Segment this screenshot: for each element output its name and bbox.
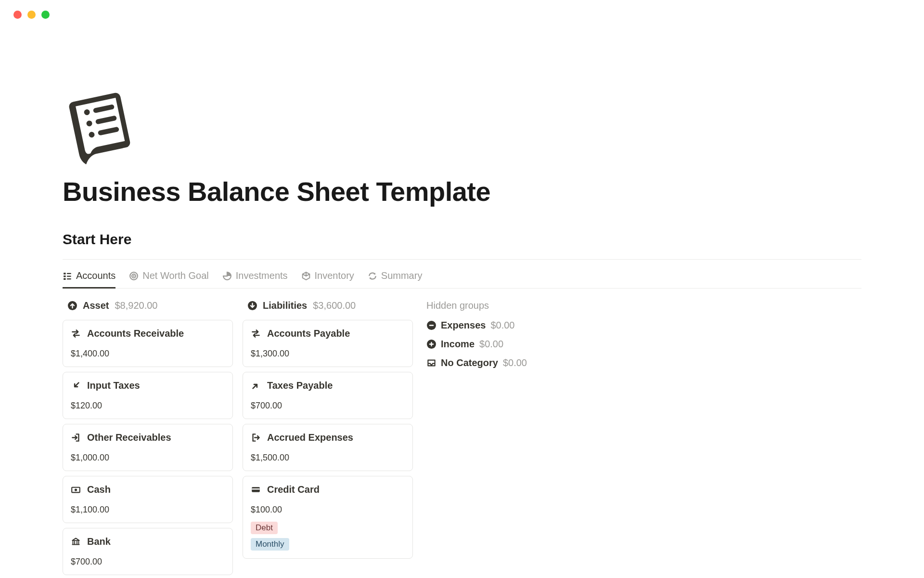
tab-label: Inventory (315, 270, 354, 281)
page-title: Business Balance Sheet Template (63, 176, 861, 207)
tabs: Accounts Net Worth Goal Investments Inve… (63, 260, 861, 289)
arrow-in-icon (71, 381, 80, 391)
card-cash[interactable]: Cash $1,100.00 (63, 476, 233, 523)
login-icon (71, 433, 80, 443)
tab-label: Summary (381, 270, 423, 281)
svg-rect-7 (67, 273, 71, 274)
svg-rect-20 (252, 488, 260, 489)
card-title: Credit Card (267, 484, 320, 495)
card-amount: $700.00 (71, 557, 225, 567)
close-window-button[interactable] (13, 11, 22, 19)
hidden-groups-title: Hidden groups (426, 297, 527, 311)
hidden-label: No Category (441, 357, 498, 368)
pie-chart-icon (222, 271, 232, 281)
card-other-receivables[interactable]: Other Receivables $1,000.00 (63, 424, 233, 471)
hidden-row-no-category[interactable]: No Category $0.00 (426, 357, 527, 368)
svg-point-0 (84, 109, 90, 116)
card-amount: $1,000.00 (71, 453, 225, 463)
svg-rect-1 (93, 104, 115, 113)
svg-point-17 (74, 488, 77, 491)
card-accounts-receivable[interactable]: Accounts Receivable $1,400.00 (63, 320, 233, 367)
column-header-asset[interactable]: Asset $8,920.00 (63, 297, 233, 320)
column-liabilities: Liabilities $3,600.00 Accounts Payable $… (243, 297, 413, 578)
svg-rect-10 (64, 278, 66, 279)
box-icon (301, 271, 311, 281)
list-icon (63, 271, 72, 281)
svg-rect-25 (431, 342, 432, 347)
window-controls (0, 0, 924, 19)
refresh-icon (368, 271, 377, 281)
tag-debt: Debt (251, 522, 278, 534)
hidden-total: $0.00 (503, 357, 527, 368)
card-credit-card[interactable]: Credit Card $100.00 Debt Monthly (243, 476, 413, 559)
column-total: $8,920.00 (115, 300, 157, 311)
card-title: Accounts Receivable (87, 328, 184, 339)
card-bank[interactable]: Bank $700.00 (63, 528, 233, 575)
arrow-out-icon (251, 381, 260, 391)
card-title: Bank (87, 536, 111, 547)
card-amount: $1,500.00 (251, 453, 405, 463)
card-input-taxes[interactable]: Input Taxes $120.00 (63, 372, 233, 419)
column-header-liabilities[interactable]: Liabilities $3,600.00 (243, 297, 413, 320)
tag-monthly: Monthly (251, 538, 289, 551)
hidden-total: $0.00 (479, 339, 503, 350)
svg-point-2 (86, 120, 93, 127)
tab-summary[interactable]: Summary (368, 270, 423, 288)
card-tags: Debt Monthly (251, 522, 405, 551)
card-amount: $120.00 (71, 401, 225, 411)
column-asset: Asset $8,920.00 Accounts Receivable $1,4… (63, 297, 233, 578)
column-total: $3,600.00 (313, 300, 356, 311)
board: Asset $8,920.00 Accounts Receivable $1,4… (63, 289, 861, 578)
arrow-up-circle-icon (67, 301, 77, 311)
tab-label: Net Worth Goal (142, 270, 208, 281)
card-accounts-payable[interactable]: Accounts Payable $1,300.00 (243, 320, 413, 367)
transfer-icon (251, 329, 260, 339)
card-amount: $100.00 (251, 505, 405, 515)
svg-rect-9 (67, 276, 71, 276)
svg-rect-6 (64, 273, 66, 274)
svg-point-14 (133, 275, 135, 276)
svg-rect-11 (67, 278, 71, 279)
card-taxes-payable[interactable]: Taxes Payable $700.00 (243, 372, 413, 419)
tab-accounts[interactable]: Accounts (63, 270, 116, 288)
tab-label: Accounts (76, 270, 116, 281)
svg-rect-8 (64, 275, 66, 276)
column-title: Liabilities (263, 300, 307, 311)
card-title: Input Taxes (87, 380, 140, 391)
hidden-total: $0.00 (490, 320, 514, 331)
svg-rect-5 (98, 127, 119, 136)
hidden-label: Income (441, 339, 475, 350)
section-heading: Start Here (63, 231, 861, 248)
column-title: Asset (83, 300, 109, 311)
tab-investments[interactable]: Investments (222, 270, 288, 288)
tab-net-worth-goal[interactable]: Net Worth Goal (129, 270, 208, 288)
card-title: Taxes Payable (267, 380, 333, 391)
hidden-row-expenses[interactable]: Expenses $0.00 (426, 320, 527, 331)
inbox-icon (426, 358, 436, 368)
bank-icon (71, 537, 80, 547)
minus-circle-icon (426, 321, 436, 330)
svg-point-4 (88, 131, 95, 138)
hidden-row-income[interactable]: Income $0.00 (426, 339, 527, 350)
card-title: Accrued Expenses (267, 432, 353, 443)
logout-icon (251, 433, 260, 443)
maximize-window-button[interactable] (41, 11, 50, 19)
card-amount: $1,300.00 (251, 349, 405, 359)
card-title: Cash (87, 484, 111, 495)
tab-inventory[interactable]: Inventory (301, 270, 354, 288)
cash-icon (71, 485, 80, 495)
transfer-icon (71, 329, 80, 339)
hidden-groups: Hidden groups Expenses $0.00 Income $0.0… (423, 297, 527, 578)
card-accrued-expenses[interactable]: Accrued Expenses $1,500.00 (243, 424, 413, 471)
svg-rect-22 (429, 325, 434, 326)
card-title: Other Receivables (87, 432, 171, 443)
credit-card-icon (251, 485, 260, 495)
tab-label: Investments (236, 270, 288, 281)
minimize-window-button[interactable] (27, 11, 36, 19)
card-amount: $1,100.00 (71, 505, 225, 515)
page-document-icon (63, 86, 144, 168)
target-icon (129, 271, 139, 281)
hidden-label: Expenses (441, 320, 486, 331)
plus-circle-icon (426, 340, 436, 349)
card-amount: $1,400.00 (71, 349, 225, 359)
